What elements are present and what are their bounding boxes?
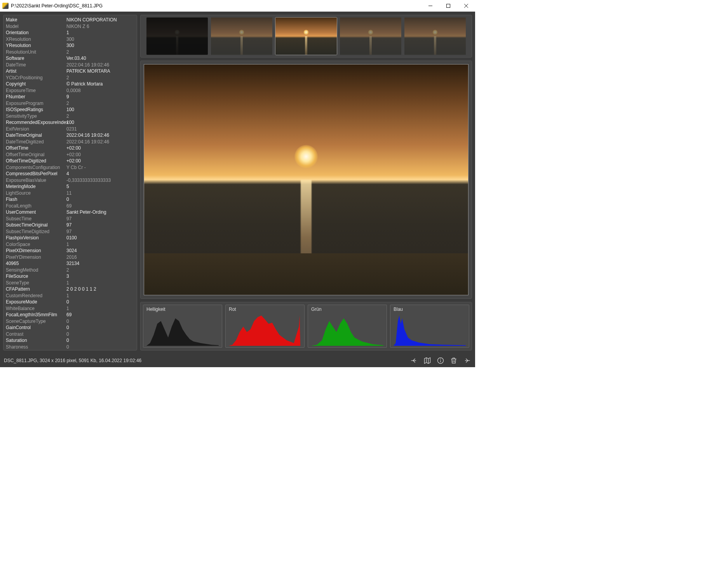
exif-row: ExposureBiasValue-0,333333333333333 [6,177,132,184]
histogram-brightness: Helligkeit [143,305,222,348]
exif-row: ExposureTime0,0008 [6,87,132,94]
exif-row: LightSource11 [6,190,132,197]
exif-row: ArtistPATRICK MORTARA [6,68,132,75]
histogram-panel: Helligkeit Rot Grün Blau [140,302,472,350]
exif-row: 4096532134 [6,260,132,267]
histogram-blue: Blau [390,305,469,348]
exif-row: MeteringMode5 [6,183,132,190]
exif-row: DateTimeDigitized2022:04:16 19:02:46 [6,139,132,145]
exif-panel: MakeNIKON CORPORATIONModelNIKON Z 6Orien… [3,15,137,350]
exif-list[interactable]: MakeNIKON CORPORATIONModelNIKON Z 6Orien… [6,17,136,349]
exif-row: Contrast0 [6,331,132,338]
exif-row: ExposureProgram2 [6,100,132,107]
thumbnail-strip [140,15,472,58]
exif-row: PixelYDimension2016 [6,254,132,261]
info-button[interactable] [436,356,445,365]
exif-row: FNumber9 [6,94,132,100]
exif-row: DateTimeOriginal2022:04:16 19:02:46 [6,132,132,139]
exif-row: SubsecTimeDigitized97 [6,228,132,235]
status-text: DSC_8811.JPG, 3024 x 2016 pixel, 5091 Kb… [4,358,410,363]
exif-row: RecommendedExposureIndex100 [6,119,132,126]
exif-row: YResolution300 [6,42,132,49]
exif-row: GainControl0 [6,324,132,331]
exif-row: ExposureMode0 [6,299,132,305]
exif-row: SoftwareVer.03.40 [6,55,132,62]
histogram-green: Grün [308,305,387,348]
close-button[interactable] [457,0,475,11]
exif-row: SceneCaptureType0 [6,318,132,325]
next-button[interactable] [463,356,471,365]
exif-row: CFAPattern2 0 2 0 0 1 1 2 [6,286,132,293]
exif-row: XResolution300 [6,36,132,43]
exif-row: SubsecTimeOriginal97 [6,222,132,228]
exif-row: YCbCrPositioning2 [6,75,132,81]
thumbnail[interactable] [404,17,466,55]
image-preview[interactable] [140,61,472,299]
titlebar: P:\2022\Sankt Peter-Ording\DSC_8811.JPG [0,0,475,12]
exif-row: Sharpness0 [6,344,132,349]
exif-row: MakeNIKON CORPORATION [6,17,132,23]
exif-row: Flash0 [6,196,132,203]
exif-row: WhiteBalance1 [6,305,132,312]
delete-button[interactable] [449,356,458,365]
exif-row: ComponentsConfigurationY Cb Cr - [6,164,132,171]
maximize-button[interactable] [439,0,457,11]
exif-row: CompressedBitsPerPixel4 [6,171,132,177]
exif-row: FocalLength69 [6,203,132,209]
exif-row: SubsecTime97 [6,216,132,222]
histogram-red: Rot [225,305,305,348]
exif-row: Saturation0 [6,337,132,344]
statusbar: DSC_8811.JPG, 3024 x 2016 pixel, 5091 Kb… [0,354,475,367]
exif-row: Orientation1 [6,30,132,36]
exif-row: ModelNIKON Z 6 [6,23,132,30]
exif-row: ColorSpace1 [6,241,132,248]
window-title: P:\2022\Sankt Peter-Ording\DSC_8811.JPG [11,3,421,9]
exif-row: OffsetTimeOriginal+02:00 [6,152,132,158]
exif-row: FileSource3 [6,273,132,280]
exif-row: OffsetTimeDigitized+02:00 [6,158,132,164]
exif-row: SceneType1 [6,280,132,286]
exif-row: PixelXDimension3024 [6,248,132,254]
exif-row: ExifVersion0231 [6,126,132,132]
exif-row: SensingMethod2 [6,267,132,274]
exif-row: ISOSpeedRatings100 [6,106,132,113]
exif-row: FocalLengthIn35mmFilm69 [6,312,132,318]
exif-row: DateTime2022:04:16 19:02:46 [6,62,132,68]
minimize-button[interactable] [421,0,439,11]
exif-row: ResolutionUnit2 [6,49,132,56]
exif-row: SensitivityType2 [6,113,132,120]
exif-row: Copyright© Patrick Mortara [6,81,132,87]
thumbnail[interactable] [340,17,401,55]
exif-row: FlashpixVersion0100 [6,235,132,241]
app-icon [2,3,9,9]
map-button[interactable] [423,356,432,365]
thumbnail[interactable] [146,17,208,55]
thumbnail-selected[interactable] [275,17,337,55]
exif-row: OffsetTime+02:00 [6,145,132,152]
exif-row: CustomRendered1 [6,293,132,299]
prev-button[interactable] [410,356,418,365]
thumbnail[interactable] [211,17,272,55]
exif-row: UserCommentSankt Peter-Ording [6,209,132,216]
svg-rect-1 [447,4,450,7]
svg-point-7 [441,359,441,359]
